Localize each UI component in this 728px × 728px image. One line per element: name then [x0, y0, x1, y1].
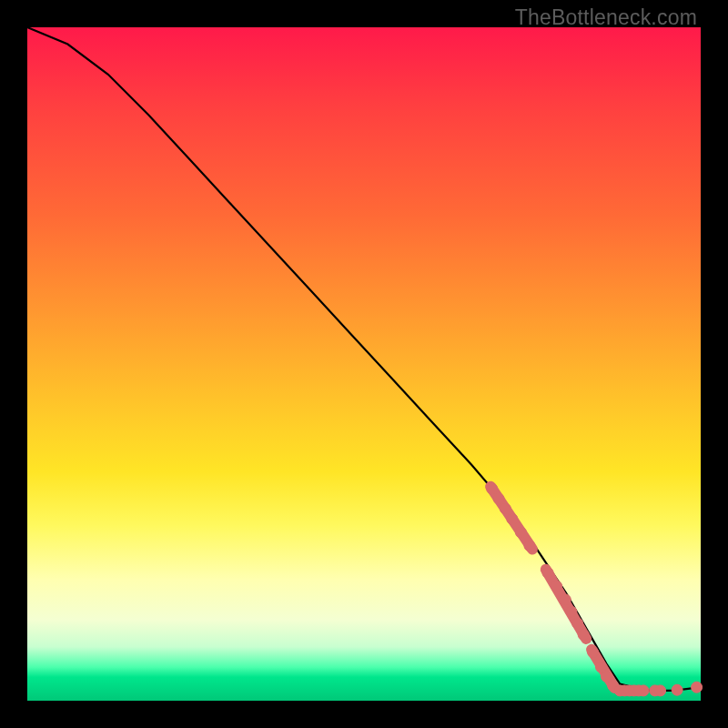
marker-dot	[638, 685, 649, 696]
marker-dot	[515, 527, 526, 538]
marker-dot	[560, 594, 571, 605]
plot-area	[27, 27, 701, 701]
marker-dot	[572, 618, 583, 629]
marker-dot	[655, 685, 666, 696]
marker-dot	[493, 493, 504, 504]
chart-svg	[27, 27, 701, 701]
marker-dot	[524, 541, 535, 551]
marker-dot	[588, 647, 599, 658]
marker-dot	[692, 682, 703, 693]
marker-dot	[672, 684, 682, 695]
data-curve	[27, 27, 701, 691]
marker-dot	[566, 606, 577, 617]
watermark-text: TheBottleneck.com	[515, 5, 697, 30]
marker-dot	[487, 483, 498, 494]
marker-dot	[500, 503, 511, 514]
marker-dot	[601, 671, 612, 682]
marker-dot	[542, 567, 553, 578]
marker-dot	[578, 630, 589, 641]
chart-frame: TheBottleneck.com	[0, 0, 728, 728]
marker-dot	[551, 581, 562, 592]
marker-dot	[507, 513, 518, 524]
